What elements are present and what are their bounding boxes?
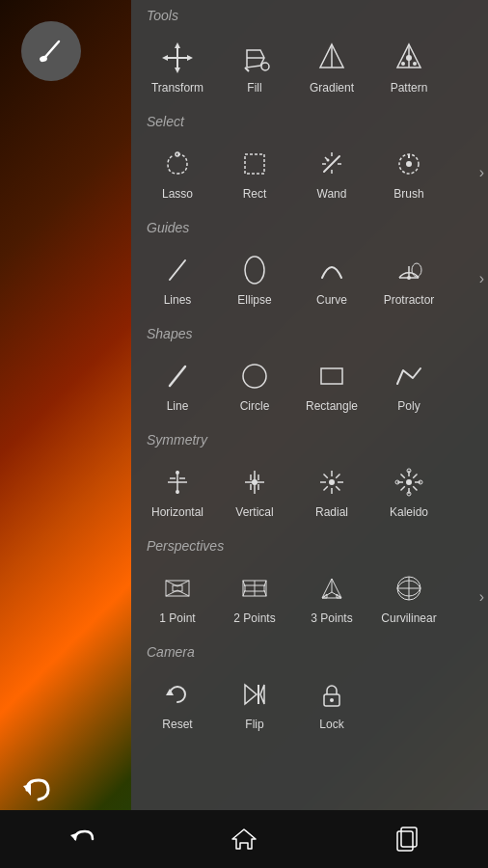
svg-line-68 [413,475,417,478]
tool-lock[interactable]: Lock [293,667,370,739]
kaleido-icon [390,463,428,502]
gradient-icon [312,39,351,77]
transform-icon [158,39,197,77]
svg-point-26 [327,159,330,162]
tool-flip[interactable]: Flip [216,667,293,739]
svg-point-41 [176,471,179,475]
reset-icon [158,675,197,714]
svg-marker-8 [187,55,193,61]
tool-rectangle[interactable]: Rectangle [293,349,370,420]
lines-label: Lines [164,293,192,307]
1point-icon [158,569,197,608]
tool-line[interactable]: Line [139,349,216,420]
recent-nav-button[interactable] [392,824,422,854]
section-symmetry-label: Symmetry [131,424,488,451]
camera-row: Reset Flip Lock [131,664,488,743]
svg-rect-74 [166,581,189,596]
svg-point-9 [261,63,269,70]
tool-horizontal[interactable]: Horizontal [139,455,216,527]
symmetry-row: Horizontal Vertical [131,451,488,530]
wand-label: Wand [317,187,347,201]
tool-fill[interactable]: Fill [216,31,293,102]
tool-circle[interactable]: Circle [216,349,293,420]
reset-label: Reset [162,718,192,731]
tool-radial[interactable]: Radial [293,455,370,527]
tool-pattern[interactable]: Pattern [370,31,447,102]
undo-button[interactable] [21,776,56,805]
line-icon [158,357,197,395]
svg-line-57 [324,475,328,478]
pattern-icon [390,39,428,77]
svg-point-31 [245,257,264,284]
ellipse-icon [235,251,274,289]
tool-curvilinear[interactable]: Curvilinear [370,561,447,633]
brush-button[interactable] [21,21,81,81]
select-row: Lasso Rect Wand [131,133,488,212]
perspectives-row: 1 Point 2 Points [131,557,488,637]
line-label: Line [167,399,189,413]
svg-point-100 [330,698,334,702]
rectangle-label: Rectangle [306,399,358,413]
svg-rect-38 [321,368,342,384]
tool-transform[interactable]: Transform [139,31,216,102]
section-shapes-label: Shapes [131,318,488,345]
svg-point-17 [413,62,417,66]
3points-label: 3 Points [311,611,352,625]
horizontal-icon [158,463,197,502]
horizontal-label: Horizontal [151,505,203,519]
fill-label: Fill [247,81,261,95]
svg-line-66 [401,475,405,478]
tool-3points[interactable]: 3 Points [293,561,370,633]
tool-vertical[interactable]: Vertical [216,455,293,527]
tool-curve[interactable]: Curve [293,243,370,314]
svg-marker-7 [162,55,168,61]
svg-marker-6 [175,68,180,73]
svg-line-67 [413,486,417,490]
svg-marker-96 [245,685,257,704]
tool-protractor[interactable]: Protractor [370,243,447,314]
tool-lasso[interactable]: Lasso [139,137,216,208]
svg-point-15 [406,55,412,61]
tool-rect[interactable]: Rect [216,137,293,208]
guides-arrow: › [479,270,484,287]
svg-line-58 [336,486,339,490]
svg-line-59 [336,475,339,478]
radial-label: Radial [315,505,348,519]
ellipse-label: Ellipse [237,293,271,307]
flip-icon [235,675,274,714]
protractor-label: Protractor [384,293,435,307]
lasso-icon [158,145,197,183]
svg-point-16 [401,62,405,66]
tools-panel: Tools Transform [131,0,488,810]
svg-point-34 [407,276,411,280]
svg-marker-2 [23,784,31,796]
circle-label: Circle [240,399,270,413]
rectangle-icon [312,357,351,395]
tool-lines[interactable]: Lines [139,243,216,314]
home-nav-button[interactable] [229,824,259,854]
svg-point-37 [243,365,266,388]
section-tools-label: Tools [131,0,488,27]
tool-brush-select[interactable]: Brush [370,137,447,208]
tool-ellipse[interactable]: Ellipse [216,243,293,314]
brush-icon [36,36,67,67]
poly-label: Poly [397,399,420,413]
nav-bar [0,810,488,868]
back-nav-button[interactable] [66,824,96,854]
3points-icon [312,569,351,608]
tool-gradient[interactable]: Gradient [293,31,370,102]
svg-point-61 [406,479,412,485]
shapes-row: Line Circle Rectangle P [131,345,488,424]
tool-2points[interactable]: 2 Points [216,561,293,633]
svg-rect-104 [401,827,417,847]
tool-poly[interactable]: Poly [370,349,447,420]
transform-label: Transform [151,81,203,95]
tool-1point[interactable]: 1 Point [139,561,216,633]
rect-label: Rect [243,187,267,201]
curve-label: Curve [316,293,347,307]
tool-kaleido[interactable]: Kaleido [370,455,447,527]
tool-wand[interactable]: Wand [293,137,370,208]
tool-reset[interactable]: Reset [139,667,216,739]
section-perspectives-label: Perspectives [131,530,488,557]
rect-select-icon [235,145,274,183]
